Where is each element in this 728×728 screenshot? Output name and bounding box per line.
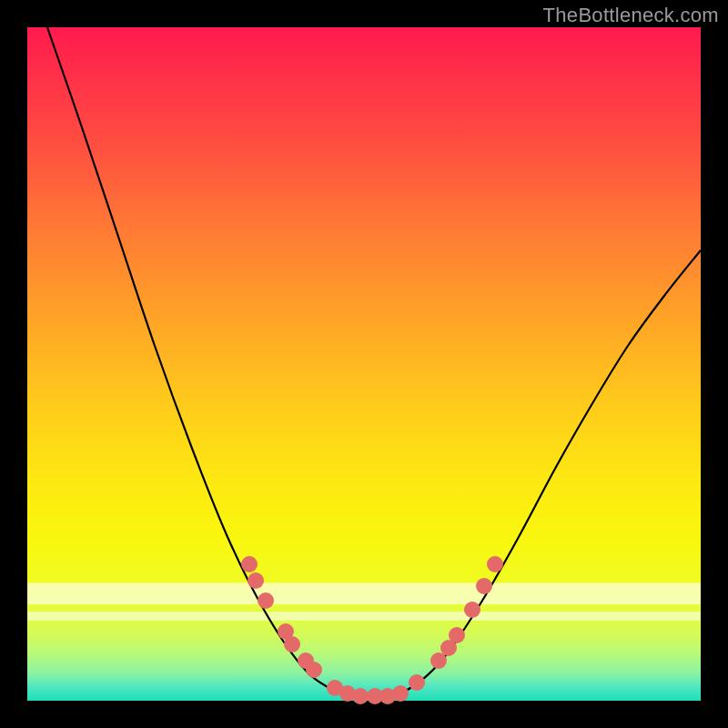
highlight-band xyxy=(27,612,701,621)
data-marker xyxy=(476,578,492,594)
watermark-text: TheBottleneck.com xyxy=(543,4,719,27)
data-marker xyxy=(449,627,465,643)
chart-svg xyxy=(27,27,701,701)
data-marker xyxy=(487,556,503,572)
data-marker xyxy=(241,556,258,572)
data-marker xyxy=(306,662,322,678)
data-marker xyxy=(392,685,409,702)
chart-frame: TheBottleneck.com xyxy=(0,0,728,728)
plot-area xyxy=(27,27,701,701)
data-marker xyxy=(248,572,264,589)
white-bands-group xyxy=(27,583,701,621)
data-marker xyxy=(409,674,425,691)
data-marker xyxy=(464,602,480,618)
data-marker xyxy=(258,592,274,609)
data-marker xyxy=(284,636,300,652)
highlight-band xyxy=(27,583,701,605)
data-marker xyxy=(352,688,369,704)
data-marker xyxy=(430,652,447,669)
